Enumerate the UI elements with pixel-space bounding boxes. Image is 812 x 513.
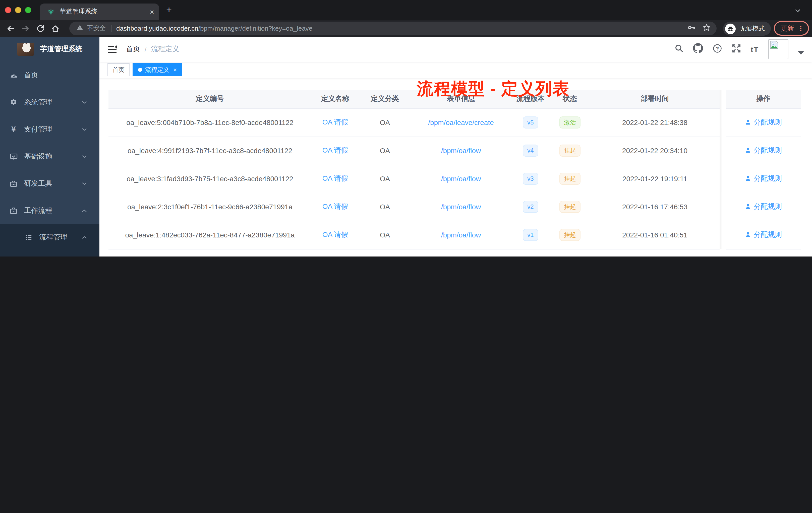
sidebar-item-workflow[interactable]: 工作流程 <box>0 197 99 224</box>
caret-down-icon[interactable] <box>798 51 804 55</box>
sidebar-toggle-icon[interactable] <box>108 44 117 54</box>
sidebar-item-label: 支付管理 <box>24 125 52 134</box>
toolbox-icon <box>9 180 18 188</box>
maximize-window-button[interactable] <box>25 7 31 13</box>
navbar-actions: ? tT <box>674 39 804 59</box>
form-link[interactable]: /bpm/oa/flow <box>441 203 481 211</box>
avatar[interactable] <box>768 39 788 59</box>
user-icon <box>745 204 751 210</box>
definition-name-link[interactable]: OA 请假 <box>322 146 348 154</box>
sidebar-item-process-form[interactable]: 流程表单 <box>0 250 99 256</box>
assign-rule-button[interactable]: 分配规则 <box>745 231 782 239</box>
col-header-actions: 操作 <box>726 90 801 109</box>
security-label[interactable]: 不安全 <box>87 24 106 33</box>
reload-icon[interactable] <box>36 24 45 33</box>
cell-category: OA <box>359 137 411 164</box>
fixed-column-gap <box>720 90 726 109</box>
tab-close-icon[interactable]: × <box>150 8 154 16</box>
version-badge[interactable]: v4 <box>523 145 538 157</box>
definition-name-link[interactable]: OA 请假 <box>322 118 348 126</box>
assign-rule-button[interactable]: 分配规则 <box>745 146 782 155</box>
sidebar-item-label: 研发工具 <box>24 179 52 188</box>
close-window-button[interactable] <box>5 7 11 13</box>
chevron-down-icon <box>81 154 87 160</box>
sidebar-item-label: 工作流程 <box>24 206 52 215</box>
form-link[interactable]: /bpm/oa/leave/create <box>428 118 494 126</box>
version-badge[interactable]: v2 <box>523 201 538 213</box>
assign-rule-button[interactable]: 分配规则 <box>745 118 782 127</box>
address-divider <box>111 25 111 32</box>
home-icon[interactable] <box>51 24 60 33</box>
tag-process-definition[interactable]: 流程定义 × <box>133 63 182 76</box>
cell-deploy-time: 2022-01-16 01:40:51 <box>590 221 720 249</box>
table-row: oa_leave:4:991f2193-7b7f-11ec-a3c8-acde4… <box>109 137 801 164</box>
main-area: 流程模型 - 定义列表 首页 / 流程定义 ? <box>99 37 812 256</box>
form-link[interactable]: /bpm/oa/flow <box>441 175 481 183</box>
workflow-submenu: 流程管理 流程表单 <box>0 224 99 256</box>
status-badge: 挂起 <box>559 145 580 157</box>
user-icon <box>745 147 751 154</box>
sidebar-item-system[interactable]: 系统管理 <box>0 89 99 116</box>
font-size-icon[interactable]: tT <box>751 45 759 54</box>
assign-rule-button[interactable]: 分配规则 <box>745 174 782 183</box>
sidebar-logo[interactable]: 芋道管理系统 <box>0 37 99 62</box>
breadcrumb-home[interactable]: 首页 <box>126 45 140 54</box>
new-tab-button[interactable]: + <box>166 4 172 16</box>
sidebar-item-payment[interactable]: ¥ 支付管理 <box>0 116 99 143</box>
list-tree-icon <box>24 233 33 241</box>
chevron-up-icon <box>81 234 87 240</box>
col-header-id: 定义编号 <box>109 90 311 109</box>
cell-category: OA <box>359 221 411 249</box>
tab-title: 芋道管理系统 <box>60 7 150 16</box>
url-path: /bpm/manager/definition?key=oa_leave <box>198 25 313 32</box>
logo-avatar <box>17 43 34 56</box>
status-badge: 挂起 <box>559 229 580 241</box>
form-link[interactable]: /bpm/oa/flow <box>441 147 481 155</box>
browser-tab[interactable]: 芋道管理系统 × <box>40 3 159 20</box>
col-header-category: 定义分类 <box>359 90 411 109</box>
update-label[interactable]: 更新 <box>781 24 794 33</box>
forward-icon[interactable] <box>21 24 30 33</box>
minimize-window-button[interactable] <box>15 7 21 13</box>
table-row: oa_leave:1:482ec033-762a-11ec-8477-a2380… <box>109 221 801 249</box>
version-badge[interactable]: v3 <box>523 173 538 185</box>
cell-id: oa_leave:3:1fad3d93-7b75-11ec-a3c8-acde4… <box>109 164 311 193</box>
version-badge[interactable]: v5 <box>523 117 538 128</box>
version-badge[interactable]: v1 <box>523 229 538 241</box>
assign-rule-button[interactable]: 分配规则 <box>745 202 782 211</box>
definition-name-link[interactable]: OA 请假 <box>322 202 348 210</box>
sidebar-item-home[interactable]: 首页 <box>0 62 99 89</box>
search-icon[interactable] <box>674 44 684 55</box>
help-question-icon[interactable]: ? <box>713 43 722 55</box>
user-icon <box>745 119 751 126</box>
window-controls[interactable] <box>5 7 31 13</box>
sidebar-item-label: 系统管理 <box>24 98 52 107</box>
svg-text:?: ? <box>716 46 719 51</box>
user-icon <box>745 232 751 238</box>
fullscreen-icon[interactable] <box>732 43 741 55</box>
password-key-icon[interactable] <box>688 23 696 33</box>
tag-close-icon[interactable]: × <box>173 66 177 73</box>
browser-update-button[interactable]: 更新 ⋮ <box>774 21 809 36</box>
form-link[interactable]: /bpm/oa/flow <box>441 231 481 239</box>
chevron-down-icon <box>81 126 87 132</box>
definition-name-link[interactable]: OA 请假 <box>322 174 348 182</box>
tab-list-chevron-icon[interactable] <box>794 7 801 16</box>
address-bar[interactable]: 不安全 dashboard.yudao.iocoder.cn/bpm/manag… <box>69 22 717 35</box>
github-icon[interactable] <box>693 43 703 55</box>
cell-deploy-time: 2022-01-22 19:19:11 <box>590 164 720 193</box>
bookmark-star-icon[interactable] <box>702 23 710 33</box>
definition-name-link[interactable]: OA 请假 <box>322 231 348 238</box>
tag-label: 流程定义 <box>145 65 169 74</box>
browser-menu-icon[interactable]: ⋮ <box>798 25 804 32</box>
sidebar-item-devtools[interactable]: 研发工具 <box>0 170 99 197</box>
url-host: dashboard.yudao.iocoder.cn <box>116 25 198 32</box>
security-warning-icon[interactable] <box>76 24 83 33</box>
back-icon[interactable] <box>6 24 15 33</box>
tag-home[interactable]: 首页 <box>108 63 129 76</box>
chevron-down-icon <box>81 99 87 105</box>
breadcrumb-separator: / <box>145 45 147 53</box>
col-header-deploy-time: 部署时间 <box>590 90 720 109</box>
sidebar-item-process-manage[interactable]: 流程管理 <box>0 224 99 250</box>
sidebar-item-infra[interactable]: 基础设施 <box>0 143 99 170</box>
